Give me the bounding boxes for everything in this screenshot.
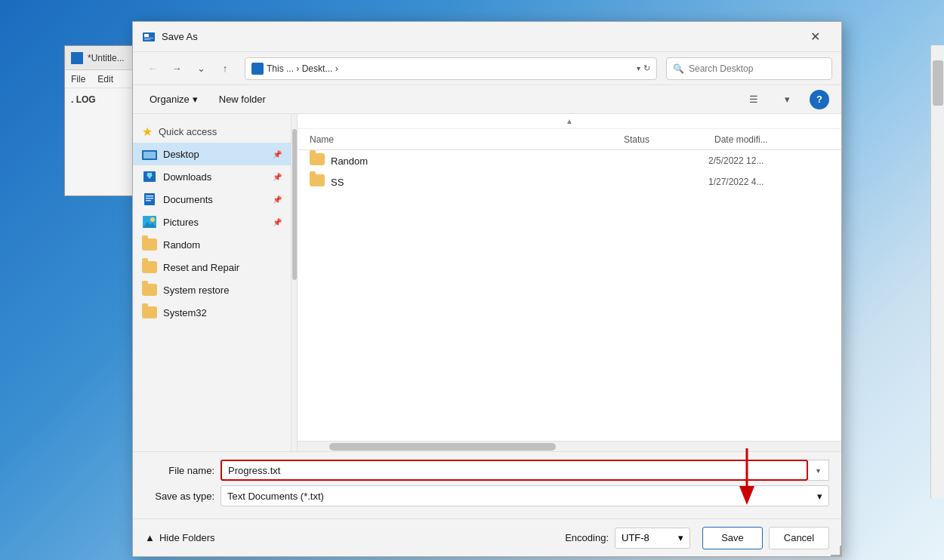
sidebar-item-desktop[interactable]: Desktop 📌 xyxy=(133,143,291,165)
dialog-toolbar2: Organize ▾ New folder ☰ ▾ ? xyxy=(133,85,841,114)
file-date-ss: 1/27/2022 4... xyxy=(708,177,829,187)
file-date-random: 2/5/2022 12... xyxy=(708,155,829,166)
filetype-select[interactable]: Text Documents (*.txt) ▾ xyxy=(221,485,829,506)
scroll-up-indicator[interactable]: ▲ xyxy=(298,114,841,129)
scrollbar-thumb[interactable] xyxy=(933,60,943,106)
sidebar-scroll-thumb[interactable] xyxy=(292,129,297,280)
view-options-button[interactable]: ☰ xyxy=(743,89,764,110)
pin-icon-pictures: 📌 xyxy=(273,218,282,226)
pictures-icon xyxy=(142,214,157,229)
quick-access-label: Quick access xyxy=(159,126,217,137)
dialog-form-area: File name: ▾ Save as type: Text Document… xyxy=(133,451,841,518)
encoding-label: Encoding: xyxy=(565,532,609,543)
sidebar-documents-label: Documents xyxy=(163,194,267,205)
sidebar-scrollbar[interactable] xyxy=(292,114,298,451)
documents-icon xyxy=(142,192,157,207)
search-bar[interactable]: 🔍 xyxy=(666,57,832,80)
sidebar-item-downloads[interactable]: Downloads 📌 xyxy=(133,165,291,188)
file-name-random: Random xyxy=(331,155,606,167)
search-input[interactable] xyxy=(689,63,825,74)
col-header-status[interactable]: Status xyxy=(624,134,714,145)
filetype-row: Save as type: Text Documents (*.txt) ▾ xyxy=(145,485,829,506)
sidebar-item-system32[interactable]: System32 xyxy=(133,301,291,324)
h-scroll-thumb[interactable] xyxy=(329,443,556,451)
svg-rect-11 xyxy=(146,198,153,199)
help-button[interactable]: ? xyxy=(810,90,829,109)
view-dropdown-button[interactable]: ▾ xyxy=(776,89,797,110)
sidebar-random-label: Random xyxy=(163,239,282,251)
notepad-menu-file[interactable]: File xyxy=(71,74,85,85)
address-dropdown-button[interactable]: ▾ xyxy=(637,64,640,72)
table-row[interactable]: SS 1/27/2022 4... xyxy=(298,171,841,192)
cancel-button[interactable]: Cancel xyxy=(769,527,829,549)
nav-up-button[interactable]: ↑ xyxy=(214,58,236,79)
svg-rect-9 xyxy=(144,193,155,205)
hide-folders-label: Hide Folders xyxy=(159,532,215,543)
address-breadcrumb: This ... › Deskt... › xyxy=(267,63,634,74)
organize-chevron-icon: ▾ xyxy=(193,94,198,105)
notepad-title: *Untitle... xyxy=(88,53,125,63)
resize-handle[interactable] xyxy=(831,546,841,556)
svg-rect-10 xyxy=(146,195,153,197)
file-list-content: Random 2/5/2022 12... SS 1/27/2022 4... xyxy=(298,150,841,441)
sidebar-section-quick-access[interactable]: ★ Quick access xyxy=(133,120,291,143)
folder-icon-random xyxy=(142,237,157,252)
dialog-close-button[interactable]: ✕ xyxy=(797,25,832,49)
hide-folders-button[interactable]: ▲ Hide Folders xyxy=(145,532,215,543)
window-scrollbar-right[interactable] xyxy=(930,45,944,498)
sidebar-downloads-label: Downloads xyxy=(163,171,267,183)
desktop-folder-icon xyxy=(142,146,157,162)
encoding-value: UTF-8 xyxy=(622,532,649,543)
sidebar-restore-label: System restore xyxy=(163,285,282,296)
encoding-chevron-icon: ▾ xyxy=(678,532,683,543)
col-header-date[interactable]: Date modifi... xyxy=(714,134,835,145)
filename-dropdown-button[interactable]: ▾ xyxy=(808,460,829,481)
sidebar-item-documents[interactable]: Documents 📌 xyxy=(133,188,291,211)
address-this-pc: This ... xyxy=(267,63,294,74)
new-folder-button[interactable]: New folder xyxy=(214,91,270,107)
nav-dropdown-button[interactable]: ⌄ xyxy=(190,58,211,79)
dialog-buttons-row: ▲ Hide Folders Encoding: UTF-8 ▾ Save Ca… xyxy=(133,518,841,556)
sidebar-item-pictures[interactable]: Pictures 📌 xyxy=(133,211,291,233)
save-as-dialog: Save As ✕ ← → ⌄ ↑ This ... › Deskt... › … xyxy=(132,21,842,557)
filetype-value: Text Documents (*.txt) xyxy=(227,491,324,502)
nav-back-button[interactable]: ← xyxy=(142,58,163,79)
filename-input[interactable] xyxy=(221,460,808,481)
cancel-button-label: Cancel xyxy=(784,532,814,543)
svg-rect-2 xyxy=(144,38,153,38)
sidebar-item-random[interactable]: Random xyxy=(133,233,291,256)
sidebar-pictures-label: Pictures xyxy=(163,217,267,228)
notepad-icon xyxy=(71,52,83,64)
organize-button[interactable]: Organize ▾ xyxy=(145,91,202,107)
nav-forward-button[interactable]: → xyxy=(166,58,187,79)
address-refresh-button[interactable]: ↻ xyxy=(643,63,650,73)
dialog-title-text: Save As xyxy=(162,31,797,42)
encoding-section: Encoding: UTF-8 ▾ xyxy=(565,528,690,549)
address-bar[interactable]: This ... › Deskt... › ▾ ↻ xyxy=(245,57,657,80)
encoding-select[interactable]: UTF-8 ▾ xyxy=(615,528,690,549)
save-button[interactable]: Save xyxy=(702,527,763,549)
horizontal-scrollbar[interactable] xyxy=(298,441,841,451)
folder-icon-random-row xyxy=(310,153,325,168)
downloads-icon xyxy=(142,169,157,184)
notepad-menu-edit[interactable]: Edit xyxy=(97,74,113,85)
file-name-ss: SS xyxy=(331,177,606,188)
folder-icon-ss-row xyxy=(310,174,325,189)
address-separator1: › xyxy=(296,63,301,74)
table-row[interactable]: Random 2/5/2022 12... xyxy=(298,150,841,171)
folder-icon-reset xyxy=(142,260,157,275)
search-icon: 🔍 xyxy=(673,63,684,74)
file-list-header: Name Status Date modifi... xyxy=(298,129,841,150)
svg-point-15 xyxy=(150,217,155,222)
address-separator2: › xyxy=(335,63,338,74)
svg-rect-3 xyxy=(144,39,150,40)
filetype-label: Save as type: xyxy=(145,491,221,502)
sidebar: ★ Quick access Desktop 📌 xyxy=(133,114,292,451)
folder-icon-system32 xyxy=(142,305,157,320)
organize-label: Organize xyxy=(150,94,190,105)
sidebar-item-reset-repair[interactable]: Reset and Repair xyxy=(133,256,291,278)
sidebar-item-system-restore[interactable]: System restore xyxy=(133,278,291,301)
pin-icon-downloads: 📌 xyxy=(273,173,282,181)
folder-icon-restore xyxy=(142,282,157,297)
col-header-name[interactable]: Name xyxy=(304,134,624,145)
